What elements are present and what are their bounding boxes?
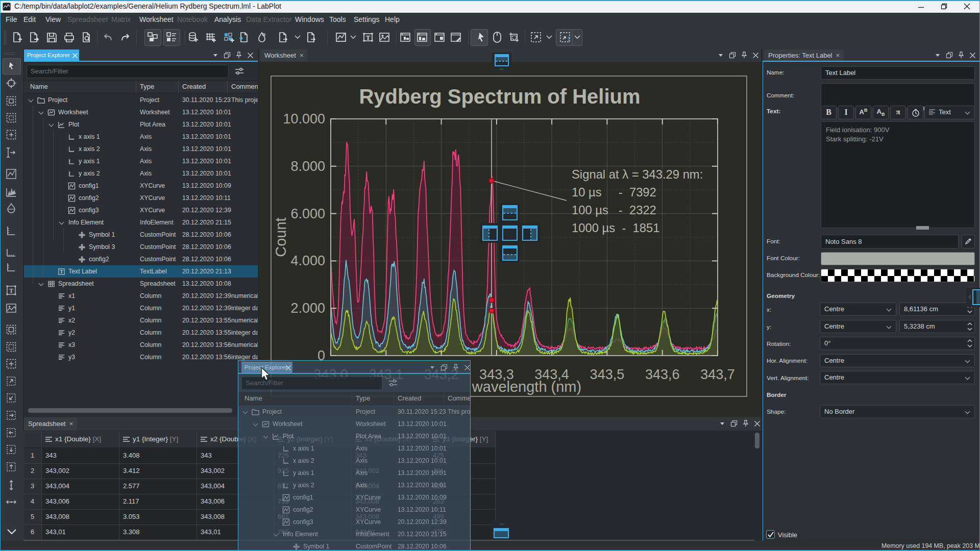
svg-text:1000 µs - 1851: 1000 µs - 1851 [572,221,659,235]
svg-text:10 µs - 7392: 10 µs - 7392 [572,185,656,199]
svg-text:1: 1 [568,36,571,42]
svg-text:wavelength (nm): wavelength (nm) [472,379,581,395]
svg-text:4.000: 4.000 [290,253,325,268]
svg-text:2.000: 2.000 [290,300,325,316]
svg-text:343,5: 343,5 [590,367,625,382]
svg-text:T: T [60,269,63,274]
svg-text:Rydberg Spectrum of Helium: Rydberg Spectrum of Helium [359,85,640,108]
svg-text:8.000: 8.000 [290,159,325,174]
svg-text:10.000: 10.000 [283,111,325,127]
svg-text:T: T [9,287,13,294]
svg-text:343,6: 343,6 [645,367,680,382]
svg-text:Count: Count [273,217,289,257]
svg-text:T: T [366,34,371,41]
svg-text:6.000: 6.000 [290,206,325,221]
svg-text:343,7: 343,7 [700,367,735,382]
svg-text:100 µs - 2322: 100 µs - 2322 [572,203,656,217]
svg-text:Signal at λ = 343.29 nm:: Signal at λ = 343.29 nm: [572,167,703,181]
